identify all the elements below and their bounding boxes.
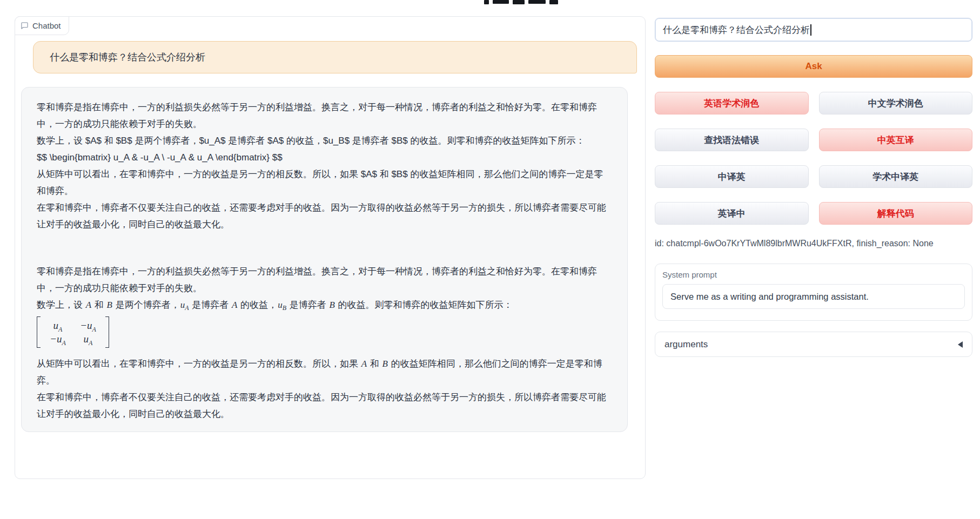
ask-button[interactable]: Ask xyxy=(655,55,972,78)
btn-en-to-zh[interactable]: 英译中 xyxy=(655,202,809,225)
btn-en-academic-polish[interactable]: 英语学术润色 xyxy=(655,92,809,114)
payoff-matrix: uA−uA−uAuA xyxy=(37,316,612,353)
rendered-math-sentence: 数学上，设 A 和 B 是两个博弈者，uA 是博弈者 A 的收益，uB 是博弈者… xyxy=(37,296,612,313)
rendered-outro: 在零和博弈中，博弈者不仅要关注自己的收益，还需要考虑对手的收益。因为一方取得的收… xyxy=(37,389,612,422)
system-prompt-label: System prompt xyxy=(662,270,965,279)
clipped-page-title xyxy=(484,0,558,5)
user-message: 什么是零和博弈？结合公式介绍分析 xyxy=(33,41,637,73)
chatbot-panel: Chatbot 什么是零和博弈？结合公式介绍分析 零和博弈是指在博弈中，一方的利… xyxy=(15,16,646,479)
btn-zh-en-mutual-translate[interactable]: 中英互译 xyxy=(819,129,973,151)
system-prompt-input[interactable]: Serve me as a writing and programming as… xyxy=(662,284,965,309)
question-input-value: 什么是零和博弈？结合公式介绍分析 xyxy=(663,24,810,36)
question-input[interactable]: 什么是零和博弈？结合公式介绍分析 xyxy=(655,18,972,42)
arguments-accordion-label: arguments xyxy=(664,339,708,350)
btn-zh-academic-polish[interactable]: 中文学术润色 xyxy=(819,92,973,114)
message-list: 什么是零和博弈？结合公式介绍分析 零和博弈是指在博弈中，一方的利益损失必然等于另… xyxy=(15,36,645,432)
bot-message-raw-text: 零和博弈是指在博弈中，一方的利益损失必然等于另一方的利益增益。换言之，对于每一种… xyxy=(37,99,612,233)
rendered-after-matrix: 从矩阵中可以看出，在零和博弈中，一方的收益是另一方的相反数。所以，如果 A 和 … xyxy=(37,355,612,389)
btn-zh-to-en[interactable]: 中译英 xyxy=(655,165,809,188)
rendered-intro: 零和博弈是指在博弈中，一方的利益损失必然等于另一方的利益增益。换言之，对于每一种… xyxy=(37,263,612,296)
chatbot-label-text: Chatbot xyxy=(32,21,61,30)
bot-message: 零和博弈是指在博弈中，一方的利益损失必然等于另一方的利益增益。换言之，对于每一种… xyxy=(21,87,628,432)
chat-bubble-icon xyxy=(21,22,29,30)
collapse-arrow-icon xyxy=(958,341,963,348)
btn-explain-code[interactable]: 解释代码 xyxy=(819,202,973,225)
text-cursor xyxy=(810,24,811,36)
quick-action-grid: 英语学术润色 中文学术润色 查找语法错误 中英互译 中译英 学术中译英 英译中 … xyxy=(655,92,972,225)
completion-status-line: id: chatcmpl-6wOo7KrYTwMl89lbrMWRu4UkFFX… xyxy=(655,239,972,250)
chatbot-label: Chatbot xyxy=(15,16,69,35)
arguments-accordion[interactable]: arguments xyxy=(655,332,972,357)
system-prompt-panel: System prompt Serve me as a writing and … xyxy=(655,264,972,321)
btn-academic-zh-to-en[interactable]: 学术中译英 xyxy=(819,165,973,188)
bot-message-rendered: 零和博弈是指在博弈中，一方的利益损失必然等于另一方的利益增益。换言之，对于每一种… xyxy=(37,263,612,422)
btn-find-grammar-errors[interactable]: 查找语法错误 xyxy=(655,129,809,151)
control-panel: 什么是零和博弈？结合公式介绍分析 Ask 英语学术润色 中文学术润色 查找语法错… xyxy=(655,18,972,357)
